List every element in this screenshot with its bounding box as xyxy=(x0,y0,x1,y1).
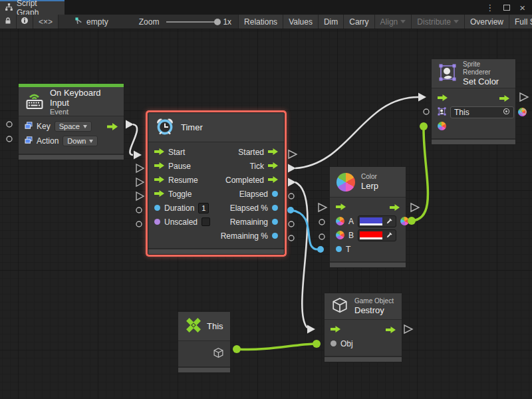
port-destroy-flow-out[interactable] xyxy=(404,325,412,333)
color-out-port[interactable] xyxy=(400,217,409,225)
port-set-color-target[interactable] xyxy=(424,109,429,114)
port-timer-remaining[interactable] xyxy=(289,221,294,227)
wire-this-to-obj[interactable] xyxy=(237,344,314,350)
full-screen-button[interactable]: Full Screen xyxy=(509,15,532,29)
game-object-out-port[interactable] xyxy=(213,347,224,358)
port-timer-pause[interactable] xyxy=(136,164,144,172)
flow-in-port[interactable] xyxy=(154,190,164,199)
port-lerp-t-connected[interactable] xyxy=(317,246,324,253)
port-timer-elapsed[interactable] xyxy=(289,194,294,199)
port-lerp-a[interactable] xyxy=(319,219,325,225)
value-in-port[interactable] xyxy=(154,205,160,211)
info-button[interactable] xyxy=(17,15,33,29)
target-object-field[interactable]: This xyxy=(450,106,514,118)
window-menu-icon[interactable]: ⋮ xyxy=(485,3,494,13)
flow-out-port[interactable] xyxy=(268,148,278,157)
flow-in-port[interactable] xyxy=(154,176,164,185)
zoom-slider[interactable] xyxy=(166,21,219,23)
window-maximize-icon[interactable] xyxy=(503,5,510,11)
port-lerp-flow-in[interactable] xyxy=(319,203,327,211)
value-in-port[interactable] xyxy=(331,340,336,346)
port-timer-toggle[interactable] xyxy=(136,192,144,200)
node-this[interactable]: This xyxy=(178,311,231,373)
wire-elapsed-pct-to-t[interactable] xyxy=(291,210,318,249)
flow-in-port[interactable] xyxy=(331,325,340,334)
flow-out-port[interactable] xyxy=(268,162,278,171)
unscaled-checkbox[interactable] xyxy=(201,217,210,226)
node-on-keyboard-input[interactable]: On Keyboard Input Event Key Space Action… xyxy=(18,83,124,160)
align-button[interactable]: Align xyxy=(374,15,412,29)
carry-button[interactable]: Carry xyxy=(343,15,374,29)
trigger-out-port[interactable] xyxy=(107,123,118,130)
node-kicker: Color xyxy=(361,173,378,181)
distribute-button[interactable]: Distribute xyxy=(411,15,464,29)
flow-in-port[interactable] xyxy=(438,94,448,103)
value-out-port[interactable] xyxy=(272,191,278,197)
color-a-swatch[interactable] xyxy=(360,217,382,225)
node-set-color[interactable]: Sprite Renderer Set Color This xyxy=(431,59,516,145)
key-dropdown[interactable]: Space xyxy=(55,121,92,132)
tab-script-graph[interactable]: Script Graph xyxy=(0,0,65,15)
port-lerp-flow-out[interactable] xyxy=(411,203,419,211)
value-in-port[interactable] xyxy=(154,219,160,225)
code-view-button[interactable]: <×> xyxy=(33,15,59,29)
window-close-icon[interactable]: × xyxy=(519,2,525,13)
port-keyboard-action[interactable] xyxy=(7,136,12,142)
lock-button[interactable] xyxy=(0,15,17,29)
color-in-port[interactable] xyxy=(438,122,446,130)
node-destroy[interactable]: Game Object Destroy Obj xyxy=(324,293,402,362)
dim-button[interactable]: Dim xyxy=(318,15,343,29)
zoom-slider-handle[interactable] xyxy=(214,19,221,25)
value-out-port[interactable] xyxy=(518,108,527,116)
graph-canvas[interactable]: On Keyboard Input Event Key Space Action… xyxy=(0,29,532,399)
value-in-port[interactable] xyxy=(336,246,342,252)
color-in-port[interactable] xyxy=(336,217,344,225)
port-lerp-b[interactable] xyxy=(319,234,325,239)
port-destroy-obj-connected[interactable] xyxy=(313,340,321,348)
relations-button[interactable]: Relations xyxy=(238,15,283,29)
port-set-color-flow-out[interactable] xyxy=(520,93,528,101)
color-in-port[interactable] xyxy=(336,231,344,239)
flow-out-port[interactable] xyxy=(390,204,400,211)
port-timer-remaining-pct[interactable] xyxy=(289,235,294,241)
value-out-port[interactable] xyxy=(272,233,278,239)
value-out-port[interactable] xyxy=(272,205,278,211)
node-color-lerp[interactable]: Color Lerp A B xyxy=(329,166,406,268)
flow-in-port[interactable] xyxy=(154,148,164,157)
selection-label: empty xyxy=(86,17,108,27)
flow-in-port[interactable] xyxy=(336,203,346,212)
values-button[interactable]: Values xyxy=(283,15,318,29)
port-timer-tick-connected[interactable] xyxy=(288,164,296,173)
eyedropper-icon[interactable] xyxy=(384,231,394,239)
color-a-field[interactable] xyxy=(358,215,396,227)
color-b-swatch[interactable] xyxy=(360,231,382,239)
port-timer-started[interactable] xyxy=(289,150,297,158)
port-keyboard-trigger-connected[interactable] xyxy=(126,120,134,129)
object-picker-icon[interactable] xyxy=(503,108,510,117)
port-elapsed-pct-connected[interactable] xyxy=(287,207,294,213)
wire-keyboard-to-timer-start[interactable] xyxy=(130,124,137,155)
port-timer-duration[interactable] xyxy=(136,207,142,213)
flow-in-port[interactable] xyxy=(154,162,164,171)
port-timer-completed-connected[interactable] xyxy=(288,178,296,187)
flow-out-port[interactable] xyxy=(268,176,278,185)
port-timer-unscaled[interactable] xyxy=(136,221,142,227)
value-out-port[interactable] xyxy=(272,219,278,225)
node-timer[interactable]: Timer Start Started Pause Tick Resume Co… xyxy=(148,112,285,255)
overview-button[interactable]: Overview xyxy=(464,15,509,29)
wire-tick-to-set-color[interactable] xyxy=(295,97,418,168)
wire-completed-to-destroy[interactable] xyxy=(295,182,307,328)
color-b-field[interactable] xyxy=(358,229,396,241)
port-timer-resume[interactable] xyxy=(136,178,144,186)
action-dropdown[interactable]: Down xyxy=(63,136,98,146)
sprite-renderer-port-icon[interactable] xyxy=(438,107,446,118)
eyedropper-icon[interactable] xyxy=(384,217,394,225)
port-keyboard-key[interactable] xyxy=(7,122,12,127)
flow-out-port[interactable] xyxy=(499,95,509,102)
port-this-out-connected[interactable] xyxy=(233,345,241,353)
tick-label: Tick xyxy=(249,162,264,171)
wire-lerp-out-to-color-in[interactable] xyxy=(412,129,428,221)
flow-out-port[interactable] xyxy=(386,327,396,333)
port-set-color-color-in-connected[interactable] xyxy=(420,122,428,130)
duration-input[interactable]: 1 xyxy=(198,203,209,213)
